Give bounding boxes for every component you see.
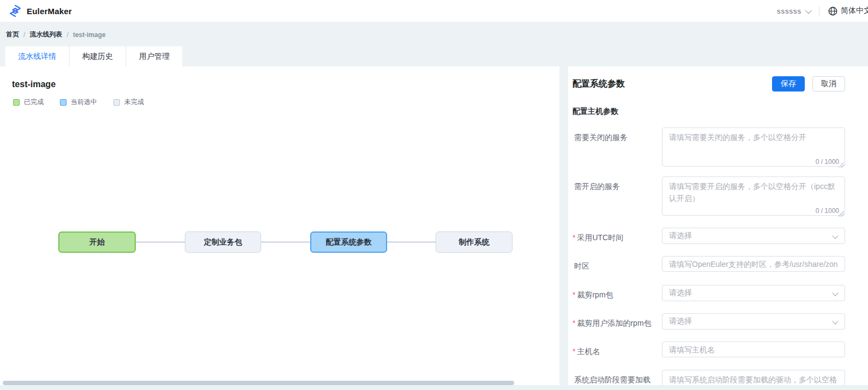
breadcrumb-home[interactable]: 首页 bbox=[6, 30, 19, 39]
form-row-trim-rpm: *裁剪rpm包 请选择 bbox=[572, 285, 845, 302]
breadcrumb: 首页 / 流水线列表 / test-image bbox=[0, 22, 868, 39]
trim-user-rpm-select[interactable]: 请选择 bbox=[662, 313, 845, 330]
legend-item-current: 当前选中 bbox=[60, 97, 97, 107]
select-placeholder: 请选择 bbox=[669, 316, 692, 326]
breadcrumb-separator: / bbox=[67, 31, 68, 39]
chevron-down-icon bbox=[832, 290, 838, 296]
utc-time-select[interactable]: 请选择 bbox=[662, 228, 845, 244]
required-mark: * bbox=[572, 290, 575, 299]
user-menu[interactable]: ssssss bbox=[777, 7, 810, 15]
flow-connector bbox=[261, 241, 310, 243]
legend-swatch-completed-icon bbox=[13, 99, 20, 106]
tab-user-management[interactable]: 用户管理 bbox=[126, 46, 182, 66]
breadcrumb-pipeline-list[interactable]: 流水线列表 bbox=[29, 30, 62, 39]
form-row-utc-time: *采用UTC时间 请选择 bbox=[572, 228, 845, 245]
pipeline-canvas: test-image 已完成 当前选中 未完成 开始 定制业务包 配置系统参数 … bbox=[0, 66, 559, 385]
form-row-trim-user-rpm: *裁剪用户添加的rpm包 请选择 bbox=[572, 313, 845, 331]
field-label: *采用UTC时间 bbox=[572, 228, 662, 245]
header-divider bbox=[819, 7, 819, 15]
flow-connector bbox=[387, 241, 436, 243]
breadcrumb-current: test-image bbox=[73, 31, 106, 39]
tab-build-history[interactable]: 构建历史 bbox=[70, 46, 125, 66]
config-panel: 配置系统参数 保存 取消 配置主机参数 需要关闭的服务 0 / 1000 需开启… bbox=[568, 66, 868, 390]
chevron-down-icon bbox=[832, 318, 838, 324]
field-label-text: 需开启的服务 bbox=[574, 182, 620, 191]
field-label: 时区 bbox=[572, 256, 662, 273]
char-counter: 0 / 1000 bbox=[816, 159, 839, 165]
bottom-strip bbox=[0, 385, 868, 390]
host-params-form: 需要关闭的服务 0 / 1000 需开启的服务 0 / 1000 *采用UTC时 bbox=[572, 127, 845, 390]
field-label: *裁剪用户添加的rpm包 bbox=[572, 313, 662, 331]
field-label-text: 裁剪rpm包 bbox=[577, 290, 613, 299]
select-placeholder: 请选择 bbox=[669, 231, 692, 241]
field-label: *主机名 bbox=[572, 342, 662, 359]
field-label-text: 裁剪用户添加的rpm包 bbox=[577, 319, 651, 327]
field-label-text: 时区 bbox=[574, 261, 589, 270]
field-label: 需开启的服务 bbox=[572, 176, 662, 218]
flow-connector bbox=[136, 241, 185, 243]
language-switcher[interactable]: 简体中文 bbox=[828, 6, 868, 16]
cancel-button[interactable]: 取消 bbox=[812, 76, 845, 92]
config-panel-title: 配置系统参数 bbox=[572, 78, 625, 90]
username: ssssss bbox=[777, 7, 801, 15]
resize-grip-icon[interactable] bbox=[839, 162, 844, 168]
resize-grip-icon[interactable] bbox=[839, 211, 844, 217]
pipeline-title: test-image bbox=[0, 66, 559, 89]
brand[interactable]: EulerMaker bbox=[9, 4, 72, 17]
required-mark: * bbox=[572, 347, 575, 356]
section-title-host-params: 配置主机参数 bbox=[572, 107, 845, 117]
field-label-text: 采用UTC时间 bbox=[577, 233, 623, 242]
legend-swatch-current-icon bbox=[60, 99, 67, 106]
legend-item-completed: 已完成 bbox=[13, 97, 44, 107]
globe-icon bbox=[828, 7, 837, 16]
flow-node-system-params[interactable]: 配置系统参数 bbox=[310, 231, 387, 253]
form-row-hostname: *主机名 bbox=[572, 342, 845, 359]
chevron-down-icon bbox=[805, 7, 812, 14]
legend-label: 已完成 bbox=[24, 97, 44, 107]
legend-label: 未完成 bbox=[124, 97, 144, 107]
tab-bar: 流水线详情 构建历史 用户管理 bbox=[5, 46, 868, 66]
app-header: EulerMaker ssssss 简体中文 bbox=[0, 0, 868, 22]
brand-name: EulerMaker bbox=[27, 7, 72, 16]
field-label: *裁剪rpm包 bbox=[572, 285, 662, 302]
legend-label: 当前选中 bbox=[71, 97, 97, 107]
language-label: 简体中文 bbox=[841, 6, 868, 16]
form-row-timezone: 时区 bbox=[572, 256, 845, 273]
required-mark: * bbox=[572, 233, 575, 242]
hostname-input[interactable] bbox=[662, 342, 845, 357]
save-button[interactable]: 保存 bbox=[772, 76, 805, 92]
form-row-services-to-open: 需开启的服务 0 / 1000 bbox=[572, 176, 845, 218]
trim-rpm-select[interactable]: 请选择 bbox=[662, 285, 845, 301]
required-mark: * bbox=[572, 319, 575, 327]
field-label-text: 需要关闭的服务 bbox=[574, 133, 628, 142]
timezone-input[interactable] bbox=[662, 256, 845, 272]
flow-node-build-system[interactable]: 制作系统 bbox=[436, 231, 513, 253]
form-row-services-to-close: 需要关闭的服务 0 / 1000 bbox=[572, 127, 845, 169]
eulermaker-logo-icon bbox=[9, 4, 22, 17]
chevron-down-icon bbox=[832, 233, 838, 239]
breadcrumb-separator: / bbox=[23, 31, 25, 39]
legend-item-pending: 未完成 bbox=[113, 97, 144, 107]
flow-node-custom-package[interactable]: 定制业务包 bbox=[185, 231, 261, 253]
field-label-text: 主机名 bbox=[577, 347, 600, 356]
select-placeholder: 请选择 bbox=[669, 288, 692, 298]
horizontal-scrollbar-thumb[interactable] bbox=[3, 381, 514, 385]
legend-swatch-pending-icon bbox=[113, 99, 120, 106]
field-label: 需要关闭的服务 bbox=[572, 127, 662, 169]
char-counter: 0 / 1000 bbox=[816, 208, 839, 214]
pipeline-legend: 已完成 当前选中 未完成 bbox=[13, 97, 559, 107]
flow-node-start[interactable]: 开始 bbox=[58, 231, 136, 253]
tab-pipeline-detail[interactable]: 流水线详情 bbox=[5, 46, 69, 66]
